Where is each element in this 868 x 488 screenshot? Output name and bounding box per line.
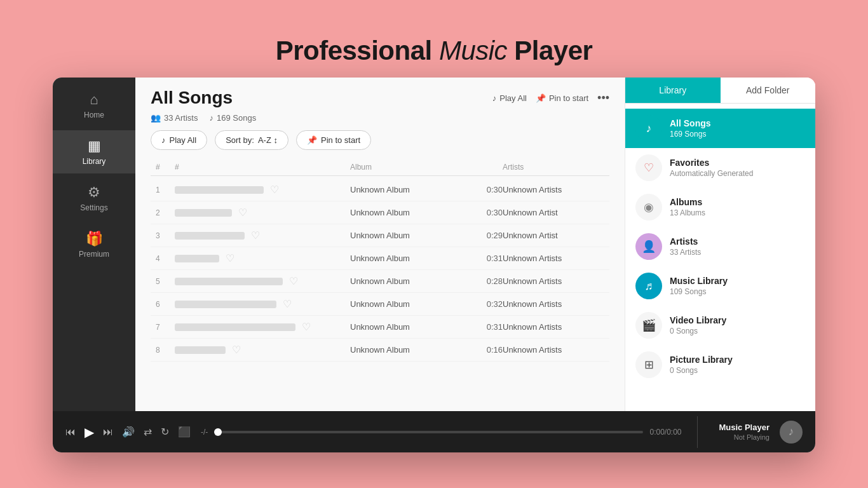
songs-meta: ♪ 169 Songs [209,113,256,123]
song-name-cell: ♡ [175,252,350,264]
lib-name-artists: Artists [670,236,805,247]
library-item-all_songs[interactable]: ♪ All Songs 169 Songs [625,109,815,148]
favorite-icon[interactable]: ♡ [226,252,234,264]
song-name-cell: ♡ [175,275,350,287]
more-options-button[interactable]: ••• [597,92,609,105]
song-duration: 0:31 [465,254,503,263]
song-number: 1 [156,186,175,194]
table-row[interactable]: 8 ♡ Unknown Album 0:16 Unknown Artists [151,339,609,362]
table-row[interactable]: 6 ♡ Unknown Album 0:32 Unknown Artists [151,293,609,316]
library-item-video_library[interactable]: 🎬 Video Library 0 Songs [625,306,815,345]
prev-button[interactable]: ⏮ [65,426,76,438]
home-icon: ⌂ [90,92,98,108]
lib-info-picture_library: Picture Library 0 Songs [670,355,805,375]
songs-icon: ♪ [209,113,214,123]
favorite-icon[interactable]: ♡ [289,275,298,287]
table-row[interactable]: 3 ♡ Unknown Album 0:29 Unknown Artist [151,224,609,247]
library-item-albums[interactable]: ◉ Albums 13 Albums [625,187,815,227]
song-name [175,346,226,354]
song-rows-container: 1 ♡ Unknown Album 0:30 Unknown Artists 2… [151,179,609,362]
next-button[interactable]: ⏭ [103,426,113,438]
lib-info-artists: Artists 33 Artists [670,236,805,257]
sidebar-label-home: Home [84,111,104,119]
header-play-all-button[interactable]: ♪ Play All [492,93,527,103]
song-album: Unknown Album [350,208,465,217]
song-duration: 0:30 [465,208,503,217]
shuffle-button[interactable]: ⇄ [144,426,152,438]
song-duration: 0:30 [465,185,503,194]
favorite-icon[interactable]: ♡ [302,321,311,333]
song-album: Unknown Album [350,185,465,194]
song-name-cell: ♡ [175,298,350,310]
library-item-favorites[interactable]: ♡ Favorites Automatically Generated [625,148,815,187]
lib-info-albums: Albums 13 Albums [670,197,805,217]
song-name [175,209,232,217]
lib-name-picture_library: Picture Library [670,355,805,365]
table-row[interactable]: 1 ♡ Unknown Album 0:30 Unknown Artists [151,179,609,201]
song-name [175,232,245,240]
sidebar-item-library[interactable]: ▦ Library [53,130,135,173]
artists-icon: 👥 [151,113,161,123]
lib-name-albums: Albums [670,197,805,207]
table-row[interactable]: 4 ♡ Unknown Album 0:31 Unknown Artists [151,247,609,270]
main-content: All Songs ♪ Play All 📌 Pin to start ••• [135,78,625,411]
favorite-icon[interactable]: ♡ [270,184,279,196]
favorite-icon[interactable]: ♡ [283,298,292,310]
header-pin-button[interactable]: 📌 Pin to start [536,93,588,103]
lib-icon-favorites: ♡ [635,154,662,181]
tab-library[interactable]: Library [625,78,721,103]
player-dash: -/- [201,428,208,437]
pin-to-start-button[interactable]: 📌 Pin to start [296,130,371,150]
sidebar-item-home[interactable]: ⌂ Home [53,84,135,127]
lib-icon-artists: 👤 [635,233,662,260]
lib-name-all_songs: All Songs [670,118,805,128]
favorite-icon[interactable]: ♡ [251,229,260,241]
song-name-cell: ♡ [175,321,350,333]
table-row[interactable]: 5 ♡ Unknown Album 0:28 Unknown Artists [151,270,609,293]
pin-toolbar-icon: 📌 [307,135,317,145]
table-row[interactable]: 7 ♡ Unknown Album 0:31 Unknown Artists [151,316,609,339]
library-list: ♪ All Songs 169 Songs ♡ Favorites Automa… [625,104,815,411]
song-artist: Unknown Artist [503,208,604,217]
song-list-header: # # Album Artists [151,159,609,176]
lib-info-video_library: Video Library 0 Songs [670,315,805,336]
song-number: 3 [156,231,175,240]
favorite-icon[interactable]: ♡ [232,344,241,356]
pin-icon: 📌 [536,93,546,103]
lib-sub-all_songs: 169 Songs [670,130,805,139]
song-artist: Unknown Artist [503,231,604,240]
page-title: Professional Music Player [276,36,593,66]
song-name-cell: ♡ [175,184,350,196]
stop-button[interactable]: ⬛ [178,426,191,438]
player-avatar: ♪ [780,421,803,444]
favorite-icon[interactable]: ♡ [238,207,247,219]
play-all-button[interactable]: ♪ Play All [151,130,207,150]
sidebar-item-settings[interactable]: ⚙ Settings [53,177,135,220]
sort-button[interactable]: Sort by: A-Z ↕ [215,130,288,150]
library-item-artists[interactable]: 👤 Artists 33 Artists [625,227,815,266]
library-item-picture_library[interactable]: ⊞ Picture Library 0 Songs [625,345,815,384]
play-icon: ♪ [161,135,166,145]
lib-icon-picture_library: ⊞ [635,351,662,378]
app-window: ⌂ Home ▦ Library ⚙ Settings 🎁 Premium Al… [53,78,815,452]
table-row[interactable]: 2 ♡ Unknown Album 0:30 Unknown Artist [151,201,609,224]
tab-add-folder[interactable]: Add Folder [721,78,816,103]
play-pause-button[interactable]: ▶ [85,424,94,440]
repeat-button[interactable]: ↻ [161,426,169,438]
right-panel-tabs: Library Add Folder [625,78,815,104]
volume-button[interactable]: 🔊 [122,426,135,438]
song-duration: 0:32 [465,299,503,309]
song-duration: 0:29 [465,231,503,240]
right-panel: Library Add Folder ♪ All Songs 169 Songs… [625,78,815,411]
progress-bar[interactable] [214,431,643,433]
sidebar-item-premium[interactable]: 🎁 Premium [53,223,135,266]
content-toolbar: ♪ Play All Sort by: A-Z ↕ 📌 Pin to start [135,130,625,159]
premium-icon: 🎁 [86,231,103,247]
song-name-cell: ♡ [175,207,350,219]
header-actions: ♪ Play All 📌 Pin to start ••• [492,92,609,105]
library-icon: ▦ [88,138,101,154]
library-item-music_library[interactable]: ♬ Music Library 109 Songs [625,266,815,306]
play-all-icon: ♪ [492,93,497,103]
sidebar-label-premium: Premium [79,250,109,259]
lib-icon-video_library: 🎬 [635,312,662,339]
